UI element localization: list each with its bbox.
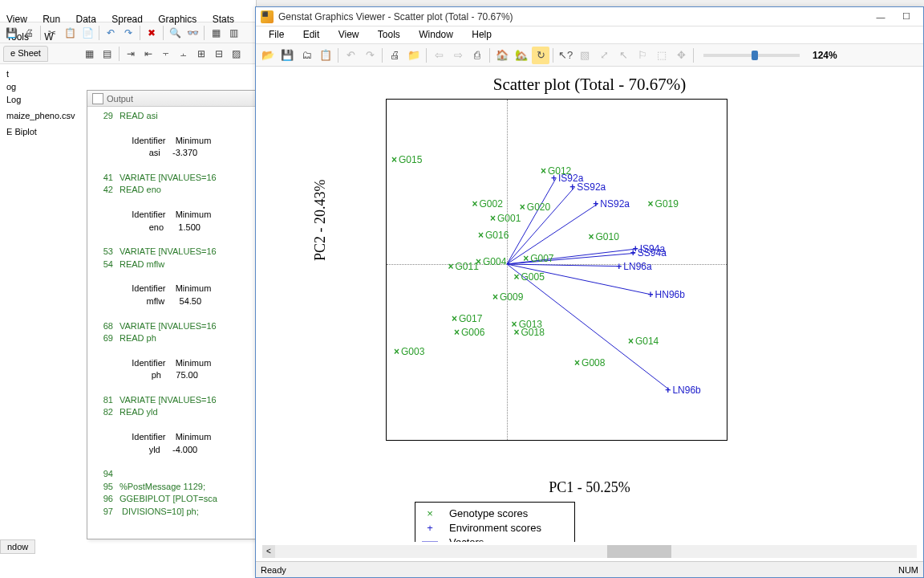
tool-icon-1[interactable]: ▧ bbox=[576, 47, 594, 64]
tb2-icon-3[interactable]: ⇥ bbox=[123, 46, 139, 62]
tb2-icon-6[interactable]: ⫠ bbox=[176, 46, 192, 62]
gfx-titlebar[interactable]: Genstat Graphics Viewer - Scatter plot (… bbox=[256, 7, 923, 26]
tb2-icon-1[interactable]: ▦ bbox=[82, 46, 98, 62]
print-icon[interactable]: 🖨 bbox=[386, 47, 403, 64]
genotype-point: ×G018 bbox=[514, 327, 545, 338]
app-icon bbox=[261, 10, 274, 23]
house-icon[interactable]: 🏡 bbox=[513, 47, 530, 64]
genotype-point: ×G009 bbox=[492, 291, 523, 303]
genotype-point: ×G014 bbox=[628, 336, 659, 347]
tb2-icon-9[interactable]: ▨ bbox=[229, 46, 245, 62]
tree-item[interactable]: og bbox=[3, 80, 75, 93]
folder-icon[interactable]: 📁 bbox=[405, 47, 423, 64]
save-icon[interactable]: 💾 bbox=[278, 47, 296, 64]
genotype-point: ×G006 bbox=[454, 327, 484, 338]
print-icon[interactable]: 🖨 bbox=[21, 25, 37, 41]
refresh-icon[interactable]: ↻ bbox=[532, 47, 549, 64]
scroll-left-button[interactable]: < bbox=[262, 545, 275, 558]
tree-item[interactable]: maize_pheno.csv bbox=[3, 109, 75, 122]
tb2-icon-5[interactable]: ⫟ bbox=[158, 46, 174, 62]
y-axis-label: PC2 - 20.43% bbox=[312, 179, 329, 261]
genotype-point: ×G001 bbox=[490, 213, 521, 224]
svg-line-5 bbox=[507, 264, 621, 267]
x-axis-label: PC1 - 50.25% bbox=[262, 479, 917, 496]
copy-icon[interactable]: 📋 bbox=[317, 47, 334, 64]
gfx-window-title: Genstat Graphics Viewer - Scatter plot (… bbox=[278, 11, 869, 22]
zoom-value: 124% bbox=[813, 50, 837, 61]
plot-title: Scatter plot (Total - 70.67%) bbox=[262, 75, 917, 95]
gfx-menu-help[interactable]: Help bbox=[464, 26, 500, 43]
genotype-point: ×G007 bbox=[523, 253, 553, 264]
output-body: 29READ asi Identifier Minimum asi -3.370… bbox=[87, 107, 256, 521]
open-icon[interactable]: 📂 bbox=[259, 47, 277, 64]
sheet-tab[interactable]: e Sheet bbox=[3, 46, 48, 62]
gfx-toolbar: 📂 💾 🗂 📋 ↶ ↷ 🖨 📁 ⇦ ⇨ ⎙ 🏠 🏡 ↻ ↖? ▧ ⤢ ↖ ⚐ ⬚… bbox=[256, 44, 923, 67]
tool-icon-4[interactable]: ⬚ bbox=[653, 47, 671, 64]
undo-icon[interactable]: ↶ bbox=[103, 25, 119, 41]
plot-canvas: Scatter plot (Total - 70.67%) PC2 - 20.4… bbox=[262, 68, 917, 542]
genotype-point: ×G004 bbox=[476, 256, 506, 267]
undo-icon[interactable]: ↶ bbox=[342, 47, 359, 64]
find-icon[interactable]: 👓 bbox=[184, 25, 201, 41]
legend-label: Genotype scores bbox=[449, 507, 528, 519]
save-all-icon[interactable]: 🗂 bbox=[298, 47, 315, 64]
save-icon[interactable]: 💾 bbox=[3, 25, 19, 41]
environment-point: +NS92a bbox=[593, 198, 630, 210]
legend-label: Environment scores bbox=[449, 522, 541, 534]
export-icon[interactable]: ⎙ bbox=[468, 47, 486, 64]
legend-sym-plus: + bbox=[422, 522, 438, 534]
legend-sym-line bbox=[422, 539, 438, 542]
genotype-point: ×G008 bbox=[574, 357, 605, 368]
zoom-slider[interactable] bbox=[703, 54, 800, 57]
output-titlebar[interactable]: Output bbox=[87, 91, 256, 107]
gfx-menu-view[interactable]: View bbox=[330, 26, 367, 43]
left-tree-panel: t og Log maize_pheno.csv E Biplot bbox=[0, 64, 79, 546]
tb2-icon-7[interactable]: ⊞ bbox=[193, 46, 209, 62]
genotype-point: ×G010 bbox=[588, 231, 618, 242]
zoom-thumb[interactable] bbox=[752, 51, 758, 60]
tb2-icon-2[interactable]: ▤ bbox=[99, 46, 116, 62]
tb2-icon-4[interactable]: ⇤ bbox=[140, 46, 156, 62]
tree-item[interactable]: Log bbox=[3, 93, 75, 106]
cancel-icon[interactable]: ✖ bbox=[144, 25, 160, 41]
scroll-thumb[interactable] bbox=[607, 545, 671, 558]
bg-toolbar-2: e Sheet ▦ ▤ ⇥ ⇤ ⫟ ⫠ ⊞ ⊟ ▨ bbox=[0, 43, 256, 64]
next-icon[interactable]: ⇨ bbox=[449, 47, 467, 64]
output-title-text: Output bbox=[107, 94, 133, 104]
copy-icon[interactable]: 📋 bbox=[62, 25, 78, 41]
gfx-menu-edit[interactable]: Edit bbox=[295, 26, 328, 43]
legend: ×Genotype scores +Environment scores Vec… bbox=[415, 502, 575, 542]
redo-icon[interactable]: ↷ bbox=[120, 25, 136, 41]
environment-point: +LN96b bbox=[665, 385, 700, 396]
graphics-viewer-window: Genstat Graphics Viewer - Scatter plot (… bbox=[255, 6, 924, 578]
statusbar: Ready NUM bbox=[256, 561, 923, 577]
gfx-menu-window[interactable]: Window bbox=[411, 26, 461, 43]
tool-icon-2[interactable]: ⤢ bbox=[595, 47, 613, 64]
paste-icon[interactable]: 📄 bbox=[79, 25, 95, 41]
plot-frame: ×G015×G012×G019×G002×G020×G001×G016×G010… bbox=[386, 99, 727, 441]
grid-icon[interactable]: ▦ bbox=[208, 25, 224, 41]
maximize-button[interactable]: ☐ bbox=[894, 10, 918, 24]
pointer-icon[interactable]: ↖ bbox=[614, 47, 632, 64]
home-icon[interactable]: 🏠 bbox=[493, 47, 511, 64]
binoculars-icon[interactable]: 🔍 bbox=[167, 25, 183, 41]
minimize-button[interactable]: — bbox=[869, 10, 893, 24]
environment-point: +LN96a bbox=[616, 261, 651, 272]
gfx-menu-tools[interactable]: Tools bbox=[370, 26, 408, 43]
tree-item[interactable]: E Biplot bbox=[3, 125, 75, 138]
tree-item[interactable]: t bbox=[3, 67, 75, 80]
h-scrollbar[interactable]: < bbox=[262, 545, 917, 558]
grid2-icon[interactable]: ▥ bbox=[225, 25, 241, 41]
bottom-tab[interactable]: ndow bbox=[0, 539, 35, 554]
prev-icon[interactable]: ⇦ bbox=[430, 47, 448, 64]
redo-icon[interactable]: ↷ bbox=[361, 47, 379, 64]
gfx-menu-file[interactable]: File bbox=[261, 26, 292, 43]
help-pointer-icon[interactable]: ↖? bbox=[557, 47, 574, 64]
tool-icon-5[interactable]: ✥ bbox=[672, 47, 690, 64]
tb2-icon-8[interactable]: ⊟ bbox=[211, 46, 227, 62]
genotype-point: ×G015 bbox=[391, 154, 422, 165]
cut-icon[interactable]: ✂ bbox=[44, 25, 60, 41]
tool-icon-3[interactable]: ⚐ bbox=[634, 47, 651, 64]
output-window: Output 29READ asi Identifier Minimum asi… bbox=[87, 90, 257, 539]
genotype-point: ×G005 bbox=[514, 271, 545, 283]
